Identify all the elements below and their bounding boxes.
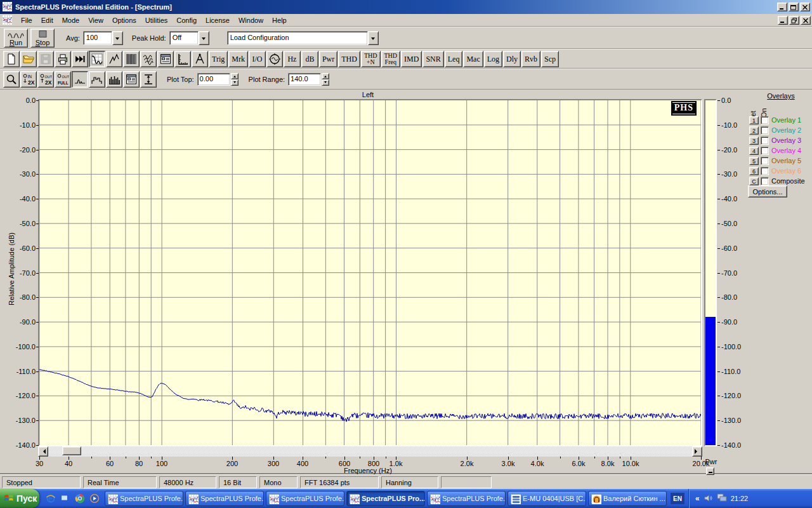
avg-dropdown-button[interactable] <box>112 31 123 45</box>
avg-value[interactable]: 100 <box>83 31 112 45</box>
menu-utilities[interactable]: Utilities <box>141 15 172 25</box>
spectrum-display-button[interactable] <box>89 51 105 67</box>
overlay-set-button-5[interactable]: 5 <box>749 157 759 165</box>
avg-combobox[interactable]: 100 <box>83 31 123 45</box>
signal-generator-button[interactable] <box>266 51 283 67</box>
peak-hold-combobox[interactable]: Off <box>169 31 209 45</box>
waveform-button[interactable] <box>106 51 122 67</box>
log-button[interactable]: Log <box>484 51 502 67</box>
hz-button[interactable]: Hz <box>284 51 301 67</box>
imd-button[interactable]: IMD <box>401 51 422 67</box>
waterfall-button[interactable] <box>140 51 157 67</box>
mdi-close-button[interactable] <box>801 16 811 25</box>
media-player-icon[interactable] <box>89 493 100 504</box>
mdi-restore-button[interactable] <box>789 16 799 25</box>
pwr-button[interactable]: Pwr <box>319 51 337 67</box>
collapse-chevron-icon[interactable]: « <box>695 494 700 503</box>
menu-license[interactable]: License <box>201 15 234 25</box>
volume-icon[interactable] <box>704 493 713 504</box>
peak-hold-value[interactable]: Off <box>169 31 199 45</box>
overlay-on-checkbox-5[interactable] <box>761 157 769 165</box>
taskbar-button[interactable]: SpectraPLUS Profe... <box>427 491 506 506</box>
menu-config[interactable]: Config <box>172 15 201 25</box>
stop-button[interactable]: Stop <box>30 29 55 48</box>
plot-range-spinner[interactable] <box>322 73 329 86</box>
show-desktop-icon[interactable] <box>60 493 70 504</box>
spectrogram-button[interactable] <box>123 51 140 67</box>
dly-button[interactable]: Dly <box>503 51 521 67</box>
overlay-set-button-c[interactable]: C <box>749 177 759 185</box>
run-button[interactable]: Run <box>4 29 28 48</box>
zoom-in-2x-button[interactable]: IN2X <box>20 71 37 88</box>
ruler-button[interactable] <box>174 51 191 67</box>
db-button[interactable]: dB <box>301 51 318 67</box>
close-button[interactable] <box>800 3 810 11</box>
scroll-right-button[interactable] <box>692 446 702 457</box>
start-button[interactable]: Пуск <box>0 489 39 508</box>
print-button[interactable] <box>55 51 71 67</box>
spectrum-plot[interactable]: PHS <box>38 99 702 446</box>
taskbar-button[interactable]: E-MU 0404|USB [C... <box>508 491 586 506</box>
maximize-button[interactable] <box>789 3 799 11</box>
zoom-out-2x-button[interactable]: OUT2X <box>37 71 54 88</box>
display-settings-button[interactable] <box>123 71 140 88</box>
overlay-on-checkbox-2[interactable] <box>761 126 769 135</box>
mac-button[interactable]: Mac <box>463 51 483 67</box>
taskbar-button[interactable]: Валерий Сюткин ... <box>588 491 667 506</box>
power-bar-minimize-button[interactable] <box>706 467 714 475</box>
step-plot-button[interactable] <box>89 71 105 88</box>
mrk-button[interactable]: Mrk <box>228 51 248 67</box>
overlay-set-button-3[interactable]: 3 <box>749 137 759 145</box>
language-indicator[interactable]: EN <box>671 493 684 504</box>
plot-top-input[interactable]: 0.00 <box>197 73 230 86</box>
plot-top-spin-down[interactable] <box>231 79 239 86</box>
zoom-out-full-button[interactable]: OUTFULL <box>55 71 71 88</box>
display-icon[interactable] <box>717 493 727 504</box>
bar-plot-button[interactable] <box>106 71 122 88</box>
trig-button[interactable]: Trig <box>209 51 228 67</box>
overlay-on-checkbox-6[interactable] <box>761 167 769 175</box>
menu-help[interactable]: Help <box>268 15 291 25</box>
scrollbar-thumb[interactable] <box>62 446 81 455</box>
line-plot-button[interactable] <box>72 71 88 88</box>
menu-mode[interactable]: Mode <box>58 15 84 25</box>
spectrum-document-icon[interactable] <box>3 15 13 25</box>
load-configuration-dropdown-button[interactable] <box>368 31 379 45</box>
taskbar-button[interactable]: SpectraPLUS Profe... <box>266 491 344 506</box>
rvb-button[interactable]: Rvb <box>521 51 540 67</box>
overlay-on-checkbox-c[interactable] <box>761 177 769 185</box>
mdi-minimize-button[interactable] <box>778 16 788 25</box>
overlay-set-button-2[interactable]: 2 <box>749 126 759 135</box>
caliper-button[interactable] <box>192 51 208 67</box>
overlay-set-button-6[interactable]: 6 <box>749 167 759 175</box>
menu-edit[interactable]: Edit <box>37 15 58 25</box>
overlay-set-button-4[interactable]: 4 <box>749 147 759 155</box>
thd-button[interactable]: THD <box>338 51 360 67</box>
overlay-set-button-1[interactable]: 1 <box>749 116 759 124</box>
thd-n-button[interactable]: THD+N <box>361 51 381 67</box>
minimize-button[interactable] <box>777 3 787 11</box>
overlay-on-checkbox-1[interactable] <box>761 116 769 124</box>
plot-range-input[interactable]: 140.0 <box>288 73 321 86</box>
menu-window[interactable]: Window <box>234 15 268 25</box>
i-o-button[interactable]: I/O <box>249 51 266 67</box>
save-button[interactable] <box>37 51 54 67</box>
display-settings-button[interactable] <box>157 51 174 67</box>
menu-file[interactable]: File <box>16 15 37 25</box>
taskbar-button[interactable]: SpectraPLUS Profe... <box>105 491 183 506</box>
plot-top-spin-up[interactable] <box>231 73 239 79</box>
scrollbar-track[interactable] <box>48 446 692 457</box>
taskbar-button[interactable]: SpectraPLUS Pro... <box>346 491 425 506</box>
scroll-left-button[interactable] <box>38 446 48 457</box>
frequency-scrollbar[interactable] <box>38 446 702 457</box>
taskbar-button[interactable]: SpectraPLUS Profe... <box>185 491 264 506</box>
menu-view[interactable]: View <box>84 15 108 25</box>
plot-range-spin-down[interactable] <box>322 79 329 86</box>
open-folder-button[interactable] <box>20 51 37 67</box>
fast-forward-button[interactable] <box>72 51 88 67</box>
overlay-on-checkbox-4[interactable] <box>761 147 769 155</box>
overlay-on-checkbox-3[interactable] <box>761 137 769 145</box>
leq-button[interactable]: Leq <box>445 51 463 67</box>
vertical-range-button[interactable] <box>140 71 157 88</box>
thd-freq-button[interactable]: THDFreq <box>381 51 401 67</box>
